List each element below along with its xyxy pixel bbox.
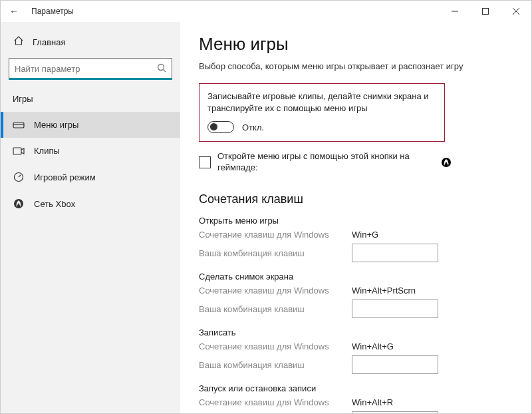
sidebar-item-label: Меню игры: [34, 120, 78, 130]
shortcut-name: Открыть меню игры: [199, 216, 513, 226]
windows-shortcut-label: Сочетание клавиш для Windows: [199, 341, 352, 351]
svg-point-4: [158, 64, 164, 70]
shortcut-group: Сделать снимок экрана Сочетание клавиш д…: [199, 272, 513, 318]
custom-shortcut-label: Ваша комбинация клавиш: [199, 360, 352, 370]
toggle-state-label: Откл.: [242, 122, 264, 132]
svg-line-5: [164, 69, 166, 72]
custom-shortcut-input[interactable]: [352, 355, 438, 374]
maximize-icon: [482, 8, 489, 15]
window-title: Параметры: [31, 7, 74, 16]
sidebar-item-label: Игровой режим: [34, 172, 96, 182]
shortcuts-heading: Сочетания клавиш: [199, 192, 513, 206]
windows-shortcut-value: Win+Alt+PrtScrn: [352, 286, 416, 296]
search-input[interactable]: [9, 58, 172, 79]
controller-checkbox-label: Откройте меню игры с помощью этой кнопки…: [217, 151, 434, 174]
window-controls: [440, 1, 531, 22]
minimize-icon: [452, 8, 458, 15]
maximize-button[interactable]: [470, 1, 501, 22]
clips-icon: [13, 146, 25, 156]
shortcut-group: Запуск или остановка записи Сочетание кл…: [199, 383, 513, 414]
custom-shortcut-input[interactable]: [352, 300, 438, 318]
shortcut-group: Записать Сочетание клавиш для WindowsWin…: [199, 327, 513, 374]
recording-toggle[interactable]: [207, 121, 234, 133]
sidebar-nav: Меню игры Клипы Игровой режим Сеть Xbox: [1, 112, 180, 217]
xbox-button-icon: [441, 157, 452, 168]
windows-shortcut-value: Win+G: [352, 230, 378, 240]
custom-shortcut-label: Ваша комбинация клавиш: [199, 304, 352, 314]
windows-shortcut-value: Win+Alt+G: [352, 341, 394, 351]
svg-rect-6: [13, 122, 24, 128]
close-button[interactable]: [501, 1, 531, 22]
main-content: Меню игры Выбор способа, которым меню иг…: [180, 22, 531, 414]
windows-shortcut-label: Сочетание клавиш для Windows: [199, 397, 352, 407]
page-title: Меню игры: [199, 34, 513, 55]
sidebar-item-gamebar[interactable]: Меню игры: [1, 112, 180, 138]
home-icon: [13, 35, 25, 49]
custom-shortcut-input[interactable]: [352, 411, 438, 414]
sidebar-item-xbox[interactable]: Сеть Xbox: [1, 190, 180, 217]
home-link[interactable]: Главная: [1, 31, 180, 55]
toggle-knob: [210, 123, 217, 130]
windows-shortcut-label: Сочетание клавиш для Windows: [199, 230, 352, 240]
controller-checkbox[interactable]: [199, 156, 211, 168]
back-button[interactable]: ←: [1, 6, 27, 17]
search-field[interactable]: [15, 64, 157, 74]
controller-button-row: Откройте меню игры с помощью этой кнопки…: [199, 151, 452, 174]
minimize-button[interactable]: [440, 1, 470, 22]
close-icon: [513, 8, 519, 15]
search-icon: [157, 63, 166, 75]
sidebar-section-header: Игры: [1, 87, 180, 108]
svg-line-10: [19, 175, 21, 177]
shortcut-group: Открыть меню игры Сочетание клавиш для W…: [199, 216, 513, 262]
shortcut-name: Запуск или остановка записи: [199, 383, 513, 393]
custom-shortcut-input[interactable]: [352, 244, 438, 262]
shortcut-name: Сделать снимок экрана: [199, 272, 513, 282]
custom-shortcut-label: Ваша комбинация клавиш: [199, 248, 352, 258]
shortcut-name: Записать: [199, 327, 513, 337]
windows-shortcut-value: Win+Alt+R: [352, 397, 393, 407]
gauge-icon: [13, 172, 25, 182]
sidebar-item-clips[interactable]: Клипы: [1, 138, 180, 164]
svg-rect-8: [13, 148, 21, 154]
sidebar-item-label: Сеть Xbox: [34, 199, 75, 209]
xbox-icon: [13, 198, 25, 209]
page-subtitle: Выбор способа, которым меню игры открыва…: [199, 61, 513, 71]
windows-shortcut-label: Сочетание клавиш для Windows: [199, 286, 352, 296]
titlebar: ← Параметры: [1, 1, 531, 22]
svg-rect-1: [483, 9, 489, 15]
home-label: Главная: [33, 37, 65, 47]
highlighted-setting: Записывайте игровые клипы, делайте снимк…: [199, 83, 445, 142]
gamebar-icon: [13, 120, 25, 130]
sidebar: Главная Игры Меню игры Клипы: [1, 22, 180, 414]
sidebar-item-gamemode[interactable]: Игровой режим: [1, 164, 180, 190]
sidebar-item-label: Клипы: [34, 146, 60, 156]
recording-description: Записывайте игровые клипы, делайте снимк…: [207, 91, 436, 114]
